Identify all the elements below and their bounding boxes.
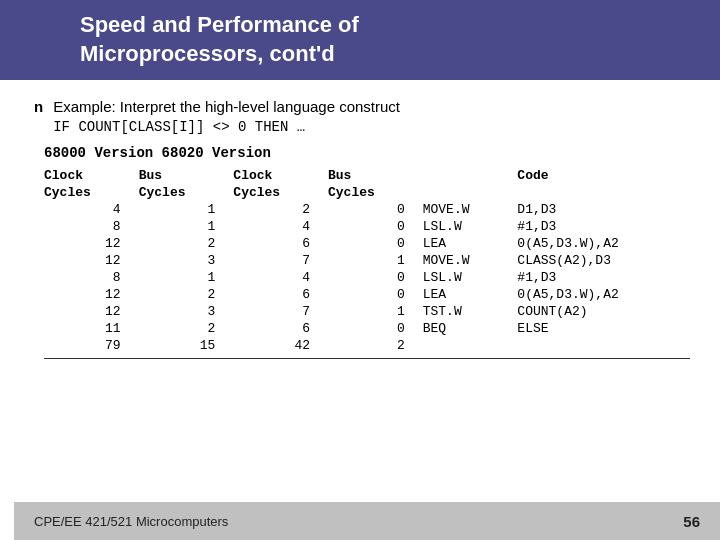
th-code-2 xyxy=(517,184,700,201)
table-cell: #1,D3 xyxy=(517,218,700,235)
table-cell: 0 xyxy=(328,201,423,218)
footer-left: CPE/EE 421/521 Microcomputers xyxy=(34,514,228,529)
table-cell: 2 xyxy=(139,320,234,337)
table-row: 7915422 xyxy=(44,337,700,354)
bullet-row: n Example: Interpret the high-level lang… xyxy=(34,96,700,135)
th-bc68k: Bus xyxy=(139,167,234,184)
table-divider xyxy=(44,358,690,359)
title-line1: Speed and Performance of xyxy=(80,12,359,37)
table-cell: 0 xyxy=(328,218,423,235)
table-cell: 2 xyxy=(139,235,234,252)
th-code: Code xyxy=(517,167,700,184)
title-line2: Microprocessors, cont'd xyxy=(80,41,335,66)
table-cell: 0 xyxy=(328,269,423,286)
table-cell: 8 xyxy=(44,218,139,235)
table-cell: 79 xyxy=(44,337,139,354)
table-cell: 8 xyxy=(44,269,139,286)
table-cell: COUNT(A2) xyxy=(517,303,700,320)
page-title: Speed and Performance of Microprocessors… xyxy=(80,11,359,68)
table-cell: 1 xyxy=(139,218,234,235)
col-header-row1: Clock Bus Clock Bus Code xyxy=(44,167,700,184)
table-cell: 4 xyxy=(233,218,328,235)
page-footer: CPE/EE 421/521 Microcomputers 56 xyxy=(14,502,720,540)
bullet-code: IF COUNT[CLASS[I]] <> 0 THEN … xyxy=(53,119,305,135)
table-cell: 6 xyxy=(233,235,328,252)
table-row: 12371TST.WCOUNT(A2) xyxy=(44,303,700,320)
table-cell: LSL.W xyxy=(423,218,518,235)
table-cell: 0 xyxy=(328,320,423,337)
table-cell: 1 xyxy=(139,269,234,286)
table-cell: 12 xyxy=(44,303,139,320)
th-bc6820: Bus xyxy=(328,167,423,184)
table-cell: 2 xyxy=(139,286,234,303)
table-cell: TST.W xyxy=(423,303,518,320)
bullet-marker: n xyxy=(34,98,43,115)
table-cell: 11 xyxy=(44,320,139,337)
table-cell: 3 xyxy=(139,303,234,320)
performance-table: Clock Bus Clock Bus Code Cycles Cycles C… xyxy=(44,167,700,354)
main-content: n Example: Interpret the high-level lang… xyxy=(14,80,720,500)
table-cell: BEQ xyxy=(423,320,518,337)
table-cell: 12 xyxy=(44,252,139,269)
table-cell: 0(A5,D3.W),A2 xyxy=(517,286,700,303)
table-cell: LEA xyxy=(423,286,518,303)
table-row: 12260LEA0(A5,D3.W),A2 xyxy=(44,286,700,303)
bullet-content: Example: Interpret the high-level langua… xyxy=(53,96,400,135)
footer-page: 56 xyxy=(683,513,700,530)
table-cell: 1 xyxy=(328,252,423,269)
table-cell: MOVE.W xyxy=(423,201,518,218)
table-cell: 6 xyxy=(233,320,328,337)
table-cell: 0 xyxy=(328,235,423,252)
table-cell: 15 xyxy=(139,337,234,354)
table-row: 12260LEA0(A5,D3.W),A2 xyxy=(44,235,700,252)
table-row: 12371MOVE.WCLASS(A2),D3 xyxy=(44,252,700,269)
table-cell: LEA xyxy=(423,235,518,252)
version-header: 68000 Version 68020 Version xyxy=(34,145,700,161)
table-row: 8140LSL.W#1,D3 xyxy=(44,269,700,286)
col-header-row2: Cycles Cycles Cycles Cycles xyxy=(44,184,700,201)
table-cell: 0 xyxy=(328,286,423,303)
th-cc68k: Clock xyxy=(44,167,139,184)
th-mnemonic xyxy=(423,167,518,184)
page-header: Speed and Performance of Microprocessors… xyxy=(0,0,720,80)
table-cell: 4 xyxy=(233,269,328,286)
table-cell: LSL.W xyxy=(423,269,518,286)
th-bc6820-2: Cycles xyxy=(328,184,423,201)
table-cell: 7 xyxy=(233,252,328,269)
table-cell: 1 xyxy=(328,303,423,320)
table-cell: 12 xyxy=(44,235,139,252)
table-cell: 12 xyxy=(44,286,139,303)
table-cell: 1 xyxy=(139,201,234,218)
table-row: 4120MOVE.WD1,D3 xyxy=(44,201,700,218)
table-cell: D1,D3 xyxy=(517,201,700,218)
th-cc6820-2: Cycles xyxy=(233,184,328,201)
table-row: 8140LSL.W#1,D3 xyxy=(44,218,700,235)
th-bc68k-2: Cycles xyxy=(139,184,234,201)
table-cell: CLASS(A2),D3 xyxy=(517,252,700,269)
table-cell: ELSE xyxy=(517,320,700,337)
table-cell: MOVE.W xyxy=(423,252,518,269)
table-cell: 6 xyxy=(233,286,328,303)
th-mnemonic-2 xyxy=(423,184,518,201)
table-cell: #1,D3 xyxy=(517,269,700,286)
table-cell xyxy=(423,337,518,354)
table-row: 11260BEQELSE xyxy=(44,320,700,337)
table-cell: 42 xyxy=(233,337,328,354)
table-cell: 0(A5,D3.W),A2 xyxy=(517,235,700,252)
table-cell: 4 xyxy=(44,201,139,218)
th-cc6820: Clock xyxy=(233,167,328,184)
th-cc68k-2: Cycles xyxy=(44,184,139,201)
bullet-text: Example: Interpret the high-level langua… xyxy=(53,98,400,115)
table-cell: 2 xyxy=(233,201,328,218)
table-cell: 2 xyxy=(328,337,423,354)
table-cell xyxy=(517,337,700,354)
table-cell: 3 xyxy=(139,252,234,269)
table-cell: 7 xyxy=(233,303,328,320)
